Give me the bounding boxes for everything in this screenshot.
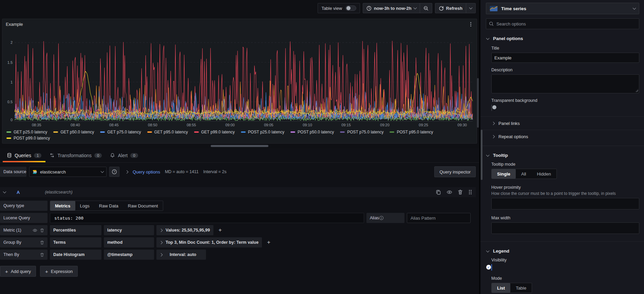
metric-row: Metric (1) Percentiles latency Values: 2…: [0, 225, 476, 235]
chevron-down-icon: [486, 36, 490, 40]
series-color-swatch: [53, 131, 58, 133]
chevron-down-icon: [633, 6, 636, 10]
add-expression-button[interactable]: +Expression: [40, 266, 78, 277]
eye-icon[interactable]: [447, 189, 452, 195]
legend-item[interactable]: GET p50.0 latency: [53, 130, 94, 134]
panel-title: Example: [6, 22, 23, 27]
series-label: POST p25.0 latency: [248, 130, 284, 134]
trash-icon[interactable]: [458, 189, 463, 195]
trash-icon[interactable]: [40, 228, 44, 233]
legend-section-header[interactable]: Legend: [486, 249, 639, 254]
table-view-switch[interactable]: [345, 5, 356, 11]
then-by-agg[interactable]: Date Histogram: [50, 250, 101, 260]
tab-queries[interactable]: Queries 1: [3, 148, 45, 162]
table-view-toggle-group[interactable]: Table view: [318, 3, 360, 13]
chart-legend: GET p25.0 latency GET p50.0 latency GET …: [2, 127, 477, 141]
legend-item[interactable]: POST p99.0 latency: [6, 136, 50, 141]
legend-mode-list[interactable]: List: [492, 283, 510, 293]
metric-agg[interactable]: Percentiles: [50, 225, 101, 235]
plot-area[interactable]: [15, 29, 473, 122]
add-metric-button[interactable]: +: [216, 227, 225, 234]
series-label: GET p95.0 latency: [154, 130, 188, 134]
latency-chart: [15, 29, 473, 122]
max-data-points-text: MD = auto = 1411: [165, 169, 198, 174]
group-by-agg[interactable]: Terms: [50, 237, 101, 247]
max-width-input[interactable]: [491, 222, 639, 234]
legend-item[interactable]: GET p25.0 latency: [6, 130, 47, 134]
panel-title-input[interactable]: [491, 53, 639, 63]
drag-handle-icon[interactable]: [468, 189, 472, 195]
angle-right-icon: [492, 135, 495, 138]
x-tick: 09:10: [303, 123, 312, 127]
panel-editor-main: Table view now-3h to now-2h Refresh Exam…: [0, 0, 479, 294]
query-type-logs[interactable]: Logs: [75, 201, 94, 210]
tab-transformations[interactable]: Transformations 0: [45, 148, 106, 162]
interval-text: Interval = 2s: [203, 169, 226, 174]
legend-item[interactable]: GET p95.0 latency: [147, 130, 188, 134]
trash-icon[interactable]: [40, 240, 44, 245]
legend-item[interactable]: POST p95.0 latency: [390, 130, 433, 134]
metric-settings[interactable]: Values: 25,50,75,95,99: [156, 225, 213, 235]
transform-icon: [50, 153, 55, 158]
query-inspector-button[interactable]: Query inspector: [434, 166, 476, 177]
tab-count-badge: 0: [94, 153, 102, 158]
time-range-button[interactable]: now-3h to now-2h: [363, 3, 419, 13]
legend-mode-table[interactable]: Table: [510, 283, 532, 293]
hover-proximity-input[interactable]: [491, 198, 639, 209]
query-type-raw-data[interactable]: Raw Data: [94, 201, 123, 210]
x-tick: 08:35: [32, 123, 41, 127]
then-by-settings[interactable]: Interval: auto: [156, 250, 206, 260]
legend-item[interactable]: POST p75.0 latency: [340, 130, 383, 134]
query-type-metrics[interactable]: Metrics: [50, 201, 75, 210]
legend-item[interactable]: POST p25.0 latency: [241, 130, 284, 134]
group-by-field[interactable]: method: [104, 237, 154, 247]
tooltip-mode-single[interactable]: Single: [492, 169, 516, 179]
eye-icon[interactable]: [33, 228, 37, 233]
visualization-picker[interactable]: Time series: [486, 3, 639, 14]
tooltip-section-header[interactable]: Tooltip: [486, 153, 639, 158]
alias-pattern-input[interactable]: [407, 213, 471, 223]
options-search-input[interactable]: [496, 21, 636, 26]
legend-item[interactable]: POST p50.0 latency: [290, 130, 334, 134]
time-picker-group: now-3h to now-2h: [363, 3, 432, 13]
collapse-chevron-icon[interactable]: [3, 190, 6, 194]
group-by-settings[interactable]: Top 3, Min Doc Count: 1, Order by: Term …: [156, 237, 262, 247]
duplicate-icon[interactable]: [436, 189, 441, 195]
series-color-swatch: [6, 131, 11, 133]
query-type-raw-document[interactable]: Raw Document: [123, 201, 163, 210]
query-footer-buttons: +Add query +Expression: [0, 266, 476, 277]
legend-visibility-switch[interactable]: ✓: [491, 264, 492, 271]
vertical-scrollbar-thumb[interactable]: [477, 78, 479, 128]
query-options-cluster: Query options MD = auto = 1411 Interval …: [126, 169, 227, 174]
tooltip-mode-all[interactable]: All: [516, 169, 531, 179]
legend-item[interactable]: GET p99.0 latency: [194, 130, 235, 134]
series-label: POST p99.0 latency: [14, 136, 50, 141]
datasource-picker[interactable]: elasticsearch: [29, 167, 107, 177]
query-options-link[interactable]: Query options: [133, 169, 160, 174]
tab-alert[interactable]: Alert 0: [106, 148, 142, 162]
tooltip-mode-hidden[interactable]: Hidden: [531, 169, 556, 179]
trash-icon[interactable]: [40, 253, 44, 257]
legend-item[interactable]: GET p75.0 latency: [100, 130, 141, 134]
lucene-query-input[interactable]: [50, 213, 364, 223]
time-series-viz-icon: [490, 6, 498, 12]
horizontal-scrollbar-thumb[interactable]: [211, 145, 268, 147]
then-by-field[interactable]: @timestamp: [104, 250, 154, 260]
panel-menu-icon[interactable]: [468, 21, 473, 28]
panel-options-section-header[interactable]: Panel options: [486, 36, 639, 41]
add-query-button[interactable]: +Add query: [0, 266, 36, 277]
refresh-interval-dropdown[interactable]: [466, 3, 475, 13]
panel-description-textarea[interactable]: [491, 74, 639, 93]
refresh-icon: [439, 6, 444, 11]
transparent-background-switch[interactable]: [491, 105, 492, 111]
metric-field[interactable]: latency: [104, 225, 154, 235]
options-search[interactable]: [486, 18, 639, 29]
add-group-by-button[interactable]: +: [264, 239, 273, 246]
refresh-button[interactable]: Refresh: [435, 3, 466, 13]
panel-links-section[interactable]: Panel links: [486, 117, 639, 130]
zoom-out-time-button[interactable]: [420, 3, 432, 13]
sidebar-scrollbar-thumb[interactable]: [481, 130, 482, 180]
repeat-options-section[interactable]: Repeat options: [486, 130, 639, 143]
datasource-help-button[interactable]: ?: [109, 167, 119, 177]
query-header[interactable]: A (elasticsearch): [0, 187, 476, 197]
